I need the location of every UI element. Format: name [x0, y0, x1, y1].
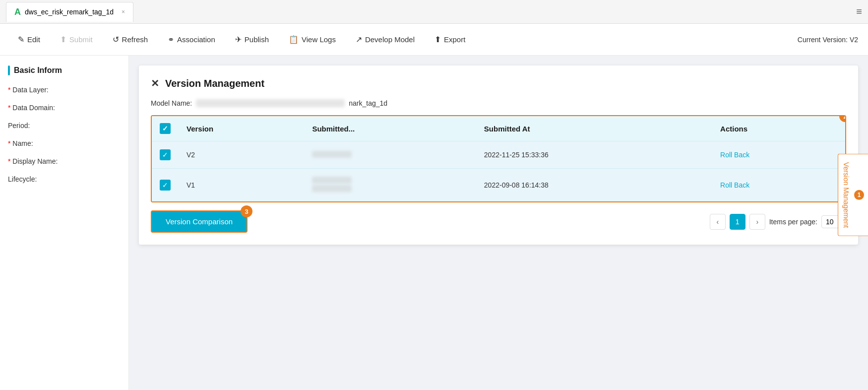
row-v1-checkbox-cell: ✓: [152, 169, 179, 202]
edit-icon: ✎: [18, 35, 24, 44]
publish-icon: ✈: [235, 35, 242, 44]
association-icon: ⚭: [168, 35, 174, 44]
col-checkbox: ✓: [152, 116, 179, 141]
vm-footer: Version Comparison 3 ‹ 1 › Items per pag…: [151, 210, 846, 233]
row-v1-submitted-blurred-2: [312, 185, 352, 192]
export-button[interactable]: ⬆ Export: [427, 31, 473, 48]
version-management-panel: ✕ Version Management Model Name: nark_ta…: [139, 65, 858, 245]
row-v1-version: V1: [179, 169, 304, 202]
form-row-display-name: Display Name:: [8, 157, 121, 166]
table-row: ✓ V1 2022-09-08 16:14:38 Roll: [152, 169, 845, 202]
data-domain-label: Data Domain:: [8, 104, 55, 112]
items-per-page-label: Items per page:: [769, 218, 817, 226]
row-v2-checkbox[interactable]: ✓: [160, 149, 171, 160]
refresh-button[interactable]: ↺ Refresh: [105, 31, 156, 48]
row-v1-checkbox[interactable]: ✓: [160, 180, 171, 191]
vm-header: ✕ Version Management: [151, 77, 846, 89]
col-submitted-at: Submitted At: [476, 116, 712, 141]
table-row: ✓ V2 2022-11-25 15:33:36 Roll Back: [152, 141, 845, 169]
submit-icon: ⬆: [60, 35, 66, 44]
row-v1-submitted-at: 2022-09-08 16:14:38: [476, 169, 712, 202]
version-comparison-button[interactable]: Version Comparison 3: [151, 210, 248, 233]
name-label: Name:: [8, 139, 33, 147]
form-row-lifecycle: Lifecycle:: [8, 175, 121, 184]
vm-title: Version Management: [165, 78, 264, 89]
prev-page-button[interactable]: ‹: [710, 214, 726, 230]
vm-table-wrapper: 2 ✓ Version Submitted... Submitted At Ac…: [151, 115, 846, 202]
version-v1-text: V1: [186, 181, 195, 189]
submit-button[interactable]: ⬆ Submit: [52, 31, 101, 48]
version-management-right-tab[interactable]: 1 Version Management: [838, 154, 868, 236]
data-layer-label: Data Layer:: [8, 86, 49, 94]
col-actions: Actions: [712, 116, 845, 141]
form-row-data-domain: Data Domain:: [8, 103, 121, 112]
version-comparison-label: Version Comparison: [166, 217, 233, 226]
view-logs-label: View Logs: [302, 35, 336, 44]
main-layout: Basic Inform Data Layer: Data Domain: Pe…: [0, 56, 868, 390]
select-all-checkbox[interactable]: ✓: [160, 123, 171, 134]
tab-title: dws_ec_risk_remark_tag_1d: [25, 8, 114, 16]
next-page-button[interactable]: ›: [749, 214, 765, 230]
association-label: Association: [177, 35, 215, 44]
active-tab[interactable]: A dws_ec_risk_remark_tag_1d ×: [6, 2, 133, 22]
row-v2-version: V2: [179, 141, 304, 169]
form-row-period: Period:: [8, 121, 121, 130]
toolbar: ✎ Edit ⬆ Submit ↺ Refresh ⚭ Association …: [0, 24, 868, 56]
row-v2-submitted: [304, 141, 476, 169]
refresh-label: Refresh: [122, 35, 148, 44]
row-v1-rollback-button[interactable]: Roll Back: [720, 181, 749, 189]
right-tab-label: Version Management: [842, 162, 850, 228]
export-label: Export: [444, 35, 465, 44]
refresh-icon: ↺: [113, 35, 119, 44]
publish-label: Publish: [245, 35, 269, 44]
col-version: Version: [179, 116, 304, 141]
develop-model-label: Develop Model: [365, 35, 415, 44]
model-name-label: Model Name:: [151, 99, 192, 107]
row-v2-actions: Roll Back: [712, 141, 845, 169]
develop-model-button[interactable]: ↗ Develop Model: [348, 31, 423, 48]
form-row-data-layer: Data Layer:: [8, 85, 121, 94]
publish-button[interactable]: ✈ Publish: [227, 31, 277, 48]
row-v1-submitted: [304, 169, 476, 202]
tab-bar: A dws_ec_risk_remark_tag_1d × ≡: [0, 0, 868, 24]
page-1-button[interactable]: 1: [730, 214, 745, 230]
form-row-name: Name:: [8, 139, 121, 148]
col-submitted-by: Submitted...: [304, 116, 476, 141]
tab-icon: A: [14, 7, 21, 17]
tab-close-button[interactable]: ×: [122, 8, 125, 15]
version-table: ✓ Version Submitted... Submitted At Acti…: [152, 116, 845, 201]
association-button[interactable]: ⚭ Association: [160, 31, 223, 48]
lifecycle-label: Lifecycle:: [8, 175, 37, 183]
view-logs-button[interactable]: 📋 View Logs: [281, 31, 344, 48]
items-per-page: Items per page: 10 20 50: [769, 215, 846, 228]
comparison-badge: 3: [241, 205, 252, 217]
period-label: Period:: [8, 122, 30, 130]
view-logs-icon: 📋: [289, 35, 299, 44]
row-v1-submitted-blurred-1: [312, 177, 352, 184]
right-tab-badge: 1: [854, 190, 864, 200]
row-v2-rollback-button[interactable]: Roll Back: [720, 151, 749, 159]
row-v2-submitted-at: 2022-11-25 15:33:36: [476, 141, 712, 169]
version-v2-text: V2: [186, 151, 195, 159]
vm-close-button[interactable]: ✕: [151, 77, 159, 89]
current-version: Current Version: V2: [798, 36, 858, 44]
sidebar-accent: [8, 65, 10, 75]
sidebar-title-text: Basic Inform: [14, 66, 62, 75]
row-v2-submitted-blurred: [312, 151, 352, 158]
submit-label: Submit: [69, 35, 93, 44]
edit-button[interactable]: ✎ Edit: [10, 31, 48, 48]
pagination: ‹ 1 › Items per page: 10 20 50: [710, 214, 846, 230]
develop-model-icon: ↗: [356, 35, 362, 44]
display-name-label: Display Name:: [8, 157, 58, 165]
current-version-label: Current Version: V2: [798, 36, 858, 44]
row-v1-actions: Roll Back: [712, 169, 845, 202]
export-icon: ⬆: [434, 35, 441, 44]
menu-icon[interactable]: ≡: [856, 6, 862, 17]
vm-model-name: Model Name: nark_tag_1d: [151, 99, 846, 107]
sidebar: Basic Inform Data Layer: Data Domain: Pe…: [0, 56, 129, 390]
content-area: ✕ Version Management Model Name: nark_ta…: [129, 56, 868, 390]
edit-label: Edit: [27, 35, 40, 44]
sidebar-section-title: Basic Inform: [8, 65, 121, 75]
model-name-blurred: [196, 99, 345, 107]
row-v2-checkbox-cell: ✓: [152, 141, 179, 169]
